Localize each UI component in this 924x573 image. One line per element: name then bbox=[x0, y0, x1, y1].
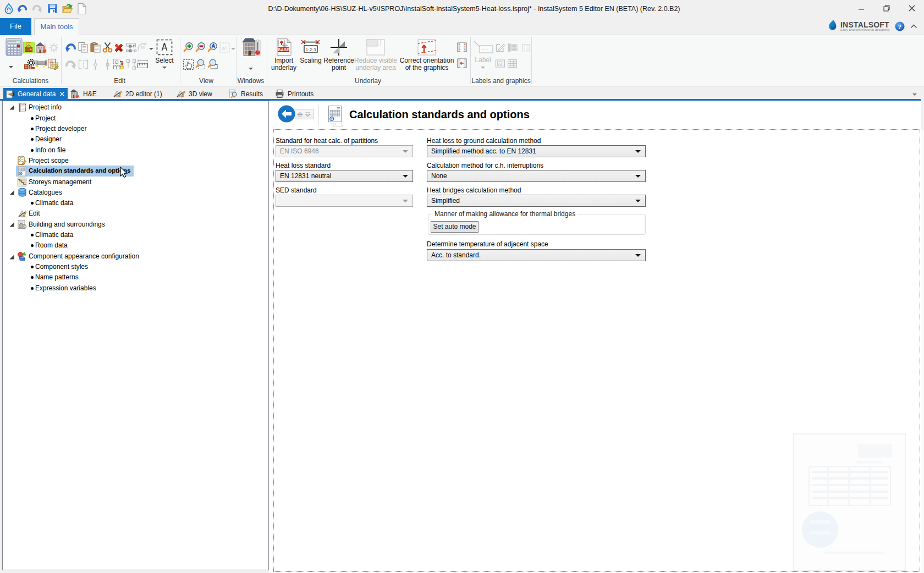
svg-text:A3: A3 bbox=[498, 62, 502, 65]
svg-text:90: 90 bbox=[141, 46, 145, 49]
svg-text:?: ? bbox=[898, 23, 902, 31]
svg-text:BASE: BASE bbox=[278, 47, 289, 52]
svg-text:ΔP: ΔP bbox=[222, 46, 227, 51]
svg-text:1·2·3: 1·2·3 bbox=[306, 47, 316, 52]
